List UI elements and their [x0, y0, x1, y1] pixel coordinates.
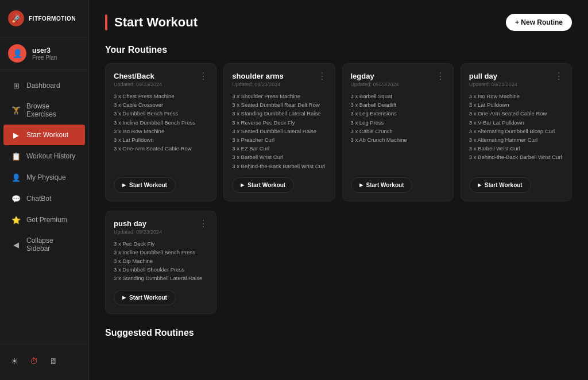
avatar: 👤 [8, 44, 26, 63]
play-icon: ▶ [122, 295, 126, 300]
exercise-item: 3 x Lat Pulldown [114, 135, 208, 144]
routines-grid: Chest/Back Updated: 09/23/2024 ⋮ 3 x Che… [105, 63, 572, 201]
routine-card-push-day: push day Updated: 09/23/2024 ⋮ 3 x Pec D… [105, 211, 216, 314]
routines-grid-second-row: push day Updated: 09/23/2024 ⋮ 3 x Pec D… [105, 211, 572, 314]
exercise-item: 3 x Dip Machine [114, 257, 208, 265]
start-workout-label: Start Workout [129, 294, 167, 301]
play-icon: ▶ [359, 183, 363, 188]
start-workout-button-pull-day[interactable]: ▶ Start Workout [469, 177, 531, 193]
exercise-item: 3 x Preacher Curl [232, 135, 326, 144]
routine-title-group: Chest/Back Updated: 09/23/2024 [114, 72, 162, 87]
start-workout-label: Start Workout [485, 182, 523, 188]
routine-updated: Updated: 09/23/2024 [469, 82, 517, 87]
page-title-wrapper: Start Workout [105, 14, 198, 30]
nav-icon-start-workout: ▶ [11, 130, 21, 139]
routine-name: push day [114, 219, 162, 228]
sidebar-item-browse-exercises[interactable]: 🏋 Browse Exercises [3, 96, 85, 124]
routine-card-chest-back: Chest/Back Updated: 09/23/2024 ⋮ 3 x Che… [105, 63, 216, 201]
app-wrapper: 🚀 FITFORMOTION 👤 user3 Free Plan ⊞ Dashb… [0, 0, 588, 380]
exercise-item: 3 x V-Bar Lat Pulldown [469, 118, 563, 127]
exercise-item: 3 x Shoulder Press Machine [232, 92, 326, 100]
routine-name: pull day [469, 72, 517, 80]
exercise-item: 3 x EZ Bar Curl [232, 144, 326, 153]
bottom-icons: ☀ ⏱ 🖥 [0, 350, 88, 372]
routine-menu-icon[interactable]: ⋮ [436, 72, 445, 81]
routine-card-header: Chest/Back Updated: 09/23/2024 ⋮ [114, 72, 208, 87]
sidebar-item-dashboard[interactable]: ⊞ Dashboard [3, 75, 85, 96]
nav-label-start-workout: Start Workout [26, 131, 68, 139]
exercise-item: 3 x Seated Dumbbell Rear Delt Row [232, 100, 326, 109]
routine-title-group: legday Updated: 09/23/2024 [351, 72, 399, 87]
sidebar-item-workout-history[interactable]: 📋 Workout History [3, 146, 85, 166]
sidebar-bottom: ☀ ⏱ 🖥 [0, 344, 88, 380]
nav-label-collapse-sidebar: Collapse Sidebar [26, 236, 77, 253]
logo-icon: 🚀 [8, 10, 24, 26]
routine-name: shoulder arms [232, 72, 284, 80]
exercise-item: 3 x Alternating Dumbbell Bicep Curl [469, 127, 563, 135]
routine-card-header: legday Updated: 09/23/2024 ⋮ [351, 72, 445, 87]
exercise-item: 3 x Seated Dumbbell Lateral Raise [232, 127, 326, 135]
sun-icon[interactable]: ☀ [8, 355, 21, 367]
nav-icon-workout-history: 📋 [11, 152, 21, 161]
sidebar-item-start-workout[interactable]: ▶ Start Workout [3, 125, 85, 145]
routine-menu-icon[interactable]: ⋮ [199, 219, 208, 228]
sidebar-logo: 🚀 FITFORMOTION [0, 0, 88, 37]
sidebar-user: 👤 user3 Free Plan [0, 37, 88, 70]
exercise-list: 3 x Chest Press Machine 3 x Cable Crosso… [114, 92, 208, 170]
routine-card-shoulder-arms: shoulder arms Updated: 09/23/2024 ⋮ 3 x … [223, 63, 335, 201]
routine-menu-icon[interactable]: ⋮ [199, 72, 208, 81]
exercise-item: 3 x Standing Dumbbell Lateral Raise [232, 109, 326, 118]
sidebar-item-get-premium[interactable]: ⭐ Get Premium [3, 210, 85, 230]
sidebar: 🚀 FITFORMOTION 👤 user3 Free Plan ⊞ Dashb… [0, 0, 89, 380]
title-bar [105, 14, 107, 30]
start-workout-label: Start Workout [247, 182, 285, 188]
play-icon: ▶ [478, 183, 481, 188]
page-title: Start Workout [114, 15, 198, 30]
exercise-list: 3 x Shoulder Press Machine 3 x Seated Du… [232, 92, 326, 170]
routine-card-header: pull day Updated: 09/23/2024 ⋮ [469, 72, 563, 87]
exercise-list: 3 x Pec Deck Fly 3 x Incline Dumbbell Be… [114, 239, 208, 283]
sidebar-item-my-physique[interactable]: 👤 My Physique [3, 167, 85, 188]
sidebar-item-chatbot[interactable]: 💬 ChatBot [3, 188, 85, 209]
start-workout-label: Start Workout [129, 182, 167, 188]
exercise-item: 3 x Reverse Pec Deck Fly [232, 118, 326, 127]
start-workout-button-legday[interactable]: ▶ Start Workout [351, 177, 413, 193]
sidebar-item-collapse-sidebar[interactable]: ◀ Collapse Sidebar [3, 231, 85, 258]
exercise-item: 3 x Leg Press [351, 118, 445, 127]
routine-menu-icon[interactable]: ⋮ [554, 72, 563, 81]
routine-card-legday: legday Updated: 09/23/2024 ⋮ 3 x Barbell… [342, 63, 454, 201]
nav-icon-chatbot: 💬 [11, 194, 21, 203]
user-plan: Free Plan [32, 55, 57, 61]
routine-card-pull-day: pull day Updated: 09/23/2024 ⋮ 3 x Iso R… [461, 63, 572, 201]
timer-icon[interactable]: ⏱ [28, 355, 40, 367]
play-icon: ▶ [122, 183, 126, 188]
routine-menu-icon[interactable]: ⋮ [318, 72, 327, 81]
main-header: Start Workout + New Routine [105, 14, 572, 31]
exercise-item: 3 x Pec Deck Fly [114, 239, 208, 248]
exercise-item: 3 x Barbell Wrist Curl [469, 144, 563, 153]
routine-title-group: shoulder arms Updated: 09/23/2024 [232, 72, 284, 87]
routine-title-group: push day Updated: 09/23/2024 [114, 219, 162, 235]
exercise-item: 3 x Dumbbell Bench Press [114, 109, 208, 118]
nav-label-browse-exercises: Browse Exercises [26, 102, 77, 118]
routine-updated: Updated: 09/23/2024 [114, 82, 162, 87]
nav-icon-my-physique: 👤 [11, 173, 21, 182]
exercise-item: 3 x Chest Press Machine [114, 92, 208, 100]
exercise-list: 3 x Barbell Squat 3 x Barbell Deadlift 3… [351, 92, 445, 170]
exercise-item: 3 x Behind-the-Back Barbell Wrist Curl [469, 153, 563, 161]
start-workout-button-push-day[interactable]: ▶ Start Workout [114, 290, 176, 305]
exercise-item: 3 x One-Arm Seated Cable Row [114, 144, 208, 153]
exercise-item: 3 x Ab Crunch Machine [351, 135, 445, 144]
nav-icon-collapse-sidebar: ◀ [11, 240, 21, 249]
start-workout-button-chest-back[interactable]: ▶ Start Workout [114, 177, 176, 193]
start-workout-button-shoulder-arms[interactable]: ▶ Start Workout [232, 177, 294, 193]
exercise-item: 3 x Barbell Squat [351, 92, 445, 100]
exercise-item: 3 x Lat Pulldown [469, 100, 563, 109]
nav-icon-browse-exercises: 🏋 [11, 106, 21, 115]
monitor-icon[interactable]: 🖥 [47, 355, 60, 367]
new-routine-button[interactable]: + New Routine [506, 14, 572, 31]
exercise-item: 3 x Barbell Deadlift [351, 100, 445, 109]
exercise-item: 3 x Incline Dumbbell Bench Press [114, 118, 208, 127]
exercise-item: 3 x Iso Row Machine [469, 92, 563, 100]
exercise-item: 3 x Leg Extensions [351, 109, 445, 118]
